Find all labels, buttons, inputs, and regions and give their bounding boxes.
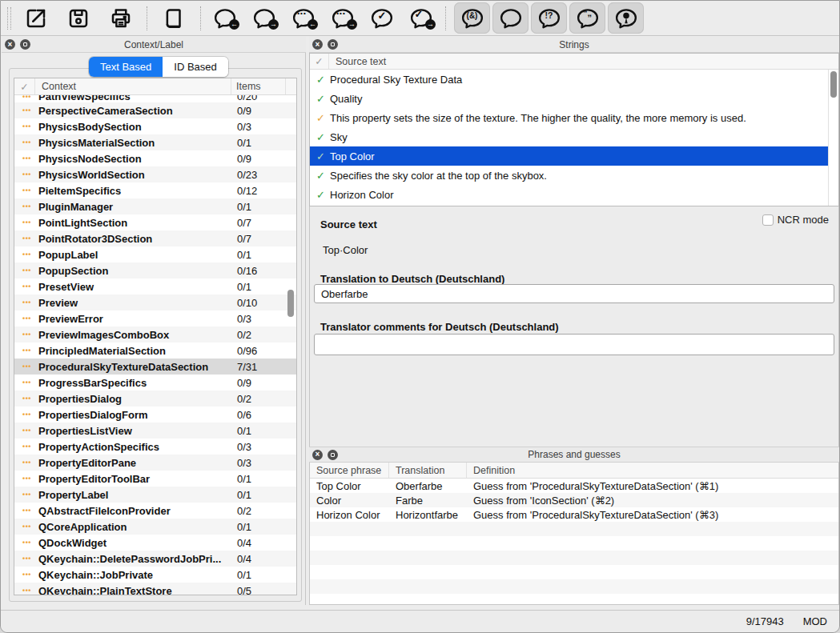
context-row[interactable]: ••• ProceduralSkyTextureDataSection 7/31: [14, 359, 296, 375]
strings-scrollbar-track[interactable]: [828, 70, 838, 206]
source-text: Sky: [330, 131, 348, 143]
context-row[interactable]: ••• PluginManager 0/1: [14, 198, 296, 214]
toggle-surrounding-whitespace-button[interactable]: [492, 2, 529, 34]
translator-comments-input[interactable]: [314, 334, 834, 355]
context-row[interactable]: ••• PhysicsMaterialSection 0/1: [14, 134, 296, 150]
close-icon[interactable]: [5, 39, 15, 50]
prev-unfinished-button[interactable]: ←: [211, 3, 239, 34]
float-icon[interactable]: [20, 39, 30, 50]
save-button[interactable]: [64, 3, 93, 34]
phrase-source: Top Color: [310, 480, 389, 492]
done-and-next-button[interactable]: ✓→: [407, 3, 436, 34]
phrase-row[interactable]: Horizon Color Horizontfarbe Guess from '…: [310, 507, 838, 522]
toolbar-separator: [147, 6, 147, 30]
context-row[interactable]: ••• PopupLabel 0/1: [14, 246, 296, 262]
phrase-source: Horizon Color: [310, 509, 389, 521]
close-icon[interactable]: [312, 39, 323, 50]
context-row[interactable]: ••• PhysicsBodySection 0/3: [14, 118, 296, 134]
unfinished-icon: •••: [14, 393, 38, 404]
float-icon[interactable]: [328, 39, 338, 50]
context-row[interactable]: ••• PopupSection 0/16: [14, 262, 296, 278]
string-row[interactable]: ✓ Horizon Color: [310, 185, 828, 204]
context-row[interactable]: ••• PhysicsWorldSection 0/23: [14, 166, 296, 182]
context-row[interactable]: ••• PathViewSpecifics 0/20: [14, 95, 296, 102]
context-row[interactable]: ••• QKeychain::JobPrivate 0/1: [14, 567, 296, 583]
next-button[interactable]: •••→: [328, 3, 357, 34]
context-items-count: 0/10: [231, 297, 296, 309]
phrase-row[interactable]: Top Color Oberfarbe Guess from 'Procedur…: [310, 479, 838, 493]
source-text-column-header[interactable]: Source text: [329, 56, 386, 67]
string-row[interactable]: ✓ Quality: [310, 89, 828, 108]
context-name: QKeychain::DeletePasswordJobPri...: [38, 553, 231, 565]
phrase-row[interactable]: Color Farbe Guess from 'IconSection' (⌘2…: [310, 493, 838, 507]
close-icon[interactable]: [312, 450, 323, 460]
context-row[interactable]: ••• QDockWidget 0/4: [14, 535, 296, 551]
toolbar-book-group: [155, 3, 193, 34]
context-row[interactable]: ••• ProgressBarSpecifics 0/9: [14, 375, 296, 391]
unfinished-icon: •••: [14, 105, 38, 116]
context-row[interactable]: ••• QKeychain::DeletePasswordJobPri... 0…: [14, 551, 296, 567]
source-text: Horizon Color: [330, 189, 393, 201]
string-row[interactable]: ✓ Procedural Sky Texture Data: [310, 70, 828, 89]
strings-scrollbar-thumb[interactable]: [830, 71, 837, 98]
context-row[interactable]: ••• PresetView 0/1: [14, 278, 296, 294]
context-items-count: 0/9: [231, 105, 296, 117]
toggle-ending-punctuation-button[interactable]: !?: [531, 2, 567, 34]
phrase-book-button[interactable]: [159, 3, 188, 34]
definition-column-header[interactable]: Definition: [467, 465, 838, 476]
context-row[interactable]: ••• PropertiesDialogForm 0/6: [14, 407, 296, 423]
float-icon[interactable]: [328, 450, 338, 460]
context-row[interactable]: ••• PointLightSection 0/7: [14, 214, 296, 230]
context-row[interactable]: ••• QAbstractFileIconProvider 0/2: [14, 503, 296, 519]
context-row[interactable]: ••• PreviewError 0/3: [14, 310, 296, 327]
source-phrase-column-header[interactable]: Source phrase: [310, 463, 389, 478]
string-row[interactable]: ✓ This property sets the size of the tex…: [310, 108, 828, 127]
next-unfinished-button[interactable]: →: [250, 3, 279, 34]
context-items-count: 7/31: [231, 361, 296, 373]
string-row[interactable]: ✓ Sky: [310, 127, 828, 146]
tab-text-based[interactable]: Text Based: [89, 57, 163, 77]
toggle-place-markers-button[interactable]: [608, 2, 644, 34]
context-row[interactable]: ••• PropertyEditorToolBar 0/1: [14, 471, 296, 487]
context-mode-tabs: Text Based ID Based: [89, 57, 228, 77]
context-row[interactable]: ••• PrincipledMaterialSection 0/96: [14, 343, 296, 359]
done-button[interactable]: ✓: [368, 3, 396, 34]
context-row[interactable]: ••• PropertyEditorPane 0/3: [14, 455, 296, 471]
string-row[interactable]: ✓ Specifies the sky color at the top of …: [310, 166, 828, 185]
translation-state-icon: ✓: [310, 131, 330, 143]
tab-id-based[interactable]: ID Based: [163, 57, 227, 77]
translation-input[interactable]: [314, 284, 834, 303]
toggle-phrase-matches-button[interactable]: “„: [569, 2, 605, 34]
context-row[interactable]: ••• PerspectiveCameraSection 0/9: [14, 102, 296, 118]
toggle-accelerators-button[interactable]: (&): [454, 2, 490, 34]
context-row[interactable]: ••• QCoreApplication 0/1: [14, 519, 296, 535]
context-row[interactable]: ••• PropertiesListView 0/1: [14, 423, 296, 439]
context-row[interactable]: ••• PreviewImagesComboBox 0/2: [14, 327, 296, 343]
prev-button[interactable]: •••←: [289, 3, 318, 34]
toolbar-drag-handle[interactable]: [7, 7, 11, 30]
context-row[interactable]: ••• Preview 0/10: [14, 294, 296, 310]
unfinished-icon: •••: [14, 249, 38, 260]
context-items-count: 0/1: [231, 249, 296, 261]
context-row[interactable]: ••• QKeychain::PlainTextStore 0/5: [14, 583, 296, 595]
context-column-header[interactable]: Context: [35, 78, 231, 94]
print-button[interactable]: [107, 3, 135, 34]
context-row[interactable]: ••• PointRotator3DSection 0/7: [14, 230, 296, 246]
context-row[interactable]: ••• PieItemSpecifics 0/12: [14, 182, 296, 198]
check-column-header[interactable]: ✓: [14, 78, 35, 94]
context-row[interactable]: ••• PhysicsNodeSection 0/9: [14, 150, 296, 166]
context-row[interactable]: ••• PropertyLabel 0/1: [14, 487, 296, 503]
ncr-mode-checkbox[interactable]: [762, 214, 774, 226]
items-column-header[interactable]: Items: [231, 78, 285, 94]
unfinished-icon: •••: [14, 585, 38, 595]
context-row[interactable]: ••• PropertyActionSpecifics 0/3: [14, 439, 296, 455]
open-file-button[interactable]: [22, 3, 50, 34]
translation-column-header[interactable]: Translation: [389, 463, 467, 478]
context-name: PropertyEditorToolBar: [38, 473, 231, 485]
context-name: PathViewSpecifics: [38, 95, 231, 102]
check-column-header[interactable]: ✓: [310, 54, 329, 69]
context-scrollbar-thumb[interactable]: [287, 290, 294, 317]
context-row[interactable]: ••• PropertiesDialog 0/2: [14, 391, 296, 407]
string-row[interactable]: ✓ Top Color: [310, 146, 828, 166]
context-items-count: 0/3: [231, 313, 296, 325]
